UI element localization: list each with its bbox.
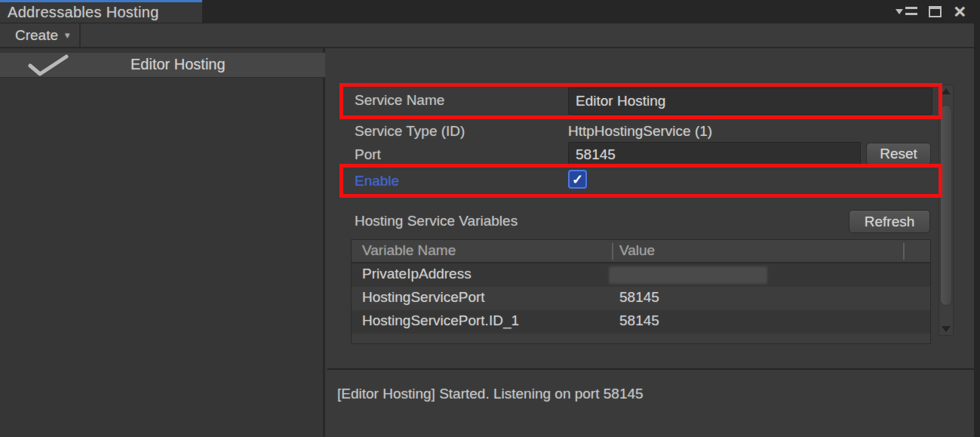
tab-title: Addressables Hosting — [8, 4, 159, 21]
service-type-label: Service Type (ID) — [355, 123, 465, 141]
toolbar: Create ▾ — [0, 23, 980, 48]
service-detail-panel: Service Name Service Type (ID) HttpHosti… — [327, 48, 980, 437]
variables-section-title: Hosting Service Variables — [355, 213, 518, 231]
port-input[interactable] — [568, 142, 861, 167]
enable-checkbox[interactable]: ✓ — [568, 170, 587, 189]
service-name-label: Service Name — [355, 92, 444, 110]
create-button-label: Create — [15, 27, 58, 44]
chevron-down-icon: ▾ — [65, 29, 70, 41]
service-name-input[interactable] — [568, 88, 932, 115]
window-controls: ✕ — [896, 0, 966, 23]
variable-name-cell: PrivateIpAddress — [362, 266, 472, 282]
reset-button[interactable]: Reset — [866, 143, 931, 165]
variables-table: Variable Name Value PrivateIpAddress Hos… — [351, 239, 931, 344]
table-header: Variable Name Value — [352, 240, 930, 263]
addressables-hosting-window: Addressables Hosting ✕ Create ▾ — [0, 0, 980, 437]
tab-addressables-hosting[interactable]: Addressables Hosting — [0, 0, 202, 23]
sidebar-item-editor-hosting[interactable]: Editor Hosting — [0, 53, 325, 78]
port-label: Port — [355, 146, 381, 165]
column-header-variable-name[interactable]: Variable Name — [362, 242, 456, 259]
service-type-value: HttpHostingService (1) — [568, 123, 712, 141]
services-sidebar: Editor Hosting — [0, 48, 325, 437]
window-right-edge — [974, 0, 980, 437]
window-body: Editor Hosting Service Name Service Type… — [0, 48, 980, 437]
service-item-label: Editor Hosting — [131, 56, 226, 73]
variable-name-cell: HostingServicePort — [362, 289, 485, 306]
column-divider[interactable] — [612, 243, 613, 260]
column-header-value[interactable]: Value — [619, 242, 655, 259]
variable-name-cell: HostingServicePort.ID_1 — [362, 312, 519, 329]
arrow-down-icon — [942, 326, 951, 332]
scroll-up-button[interactable] — [939, 85, 953, 97]
tab-bar: Addressables Hosting ✕ — [0, 0, 980, 23]
enable-label: Enable — [355, 173, 399, 191]
scrollbar-thumb[interactable] — [940, 105, 952, 306]
scroll-down-button[interactable] — [939, 323, 953, 335]
dropdown-triangle-icon — [896, 9, 903, 14]
column-divider[interactable] — [903, 243, 905, 260]
refresh-button[interactable]: Refresh — [849, 210, 930, 233]
redacted-value — [609, 266, 767, 284]
table-row[interactable]: PrivateIpAddress — [352, 263, 930, 287]
table-row[interactable]: HostingServicePort.ID_1 58145 — [352, 310, 930, 334]
hamburger-lines-icon — [905, 7, 917, 17]
window-menu-icon[interactable] — [896, 7, 917, 17]
checkmark-icon: ✓ — [572, 171, 583, 188]
arrow-up-icon — [942, 88, 951, 94]
maximize-icon[interactable] — [929, 6, 942, 17]
check-icon — [27, 54, 71, 80]
log-divider — [327, 368, 980, 370]
log-message: [Editor Hosting] Started. Listening on p… — [337, 386, 644, 402]
vertical-scrollbar[interactable] — [939, 85, 954, 336]
variable-value-cell: 58145 — [619, 312, 659, 329]
variable-value-cell: 58145 — [619, 289, 659, 306]
table-row[interactable]: HostingServicePort 58145 — [352, 287, 930, 310]
close-icon[interactable]: ✕ — [953, 4, 966, 20]
annotation-enable-highlight — [339, 164, 942, 198]
create-dropdown-button[interactable]: Create ▾ — [0, 23, 81, 47]
